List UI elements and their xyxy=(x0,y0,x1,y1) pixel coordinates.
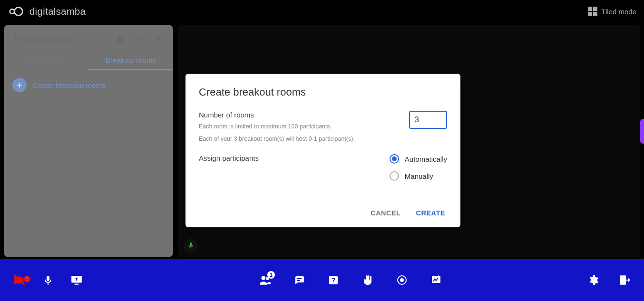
assign-option-auto-label: Automatically xyxy=(405,155,447,163)
speaker-mic-indicator[interactable] xyxy=(184,238,198,252)
svg-rect-13 xyxy=(297,280,300,281)
assign-options: Automatically Manually xyxy=(390,154,447,181)
svg-rect-9 xyxy=(75,284,79,285)
grid-icon xyxy=(588,7,597,16)
number-of-rooms-text: Number of rooms Each room is limited to … xyxy=(199,111,355,144)
svg-point-3 xyxy=(138,38,140,40)
svg-point-17 xyxy=(400,279,403,282)
svg-point-2 xyxy=(136,38,137,40)
chat-button[interactable] xyxy=(293,274,305,286)
bottombar-right xyxy=(564,274,631,286)
settings-button[interactable] xyxy=(587,274,599,286)
assign-option-manual-label: Manually xyxy=(405,172,433,180)
tab-main-room[interactable]: Main room xyxy=(4,50,88,70)
svg-rect-7 xyxy=(48,283,49,285)
bottombar-left: ! xyxy=(13,274,137,286)
microphone-button[interactable] xyxy=(42,274,54,286)
right-edge-handle[interactable] xyxy=(640,119,644,144)
tiled-mode-label: Tiled mode xyxy=(601,8,636,16)
create-breakout-rooms-label: Create breakout rooms xyxy=(32,81,105,89)
number-of-rooms-label: Number of rooms xyxy=(199,111,355,119)
bottombar: ! 1 ? xyxy=(0,259,644,301)
modal-actions: CANCEL CREATE xyxy=(199,191,447,220)
number-of-rooms-help2: Each of your 3 breakout room(s) will hos… xyxy=(199,134,355,144)
create-button[interactable]: CREATE xyxy=(414,206,447,220)
panel-tabs: Main room Breakout rooms xyxy=(4,50,173,70)
close-icon[interactable] xyxy=(153,34,164,44)
create-breakout-modal: Create breakout rooms Number of rooms Ea… xyxy=(185,74,460,227)
participants-header: Participants xyxy=(4,25,173,50)
create-breakout-rooms-button[interactable]: Create breakout rooms xyxy=(12,78,165,92)
bottombar-center: 1 ? xyxy=(137,274,564,286)
panel-body: Create breakout rooms xyxy=(4,70,173,100)
svg-rect-19 xyxy=(620,275,626,285)
participants-panel: Participants Main room Breakout rooms Cr… xyxy=(4,25,173,257)
tiled-mode-button[interactable]: Tiled mode xyxy=(588,7,636,16)
svg-text:?: ? xyxy=(332,276,336,284)
warning-badge: ! xyxy=(24,276,30,282)
brand-name: digitalsamba xyxy=(29,6,86,17)
tab-breakout-rooms[interactable]: Breakout rooms xyxy=(88,50,173,70)
participants-button[interactable]: 1 xyxy=(259,274,271,286)
assign-label: Assign participants xyxy=(199,154,259,162)
participants-title: Participants xyxy=(13,32,73,46)
svg-point-10 xyxy=(261,276,265,280)
assign-option-auto[interactable]: Automatically xyxy=(390,154,447,164)
leave-button[interactable] xyxy=(618,274,631,286)
whiteboard-button[interactable] xyxy=(430,274,442,286)
svg-rect-12 xyxy=(297,278,302,279)
number-of-rooms-input[interactable] xyxy=(409,111,447,129)
logo-icon xyxy=(8,7,26,16)
share-screen-button[interactable] xyxy=(70,274,83,286)
panel-header-actions xyxy=(115,34,164,44)
svg-point-1 xyxy=(14,7,22,15)
topbar: digitalsamba Tiled mode xyxy=(0,0,644,23)
record-button[interactable] xyxy=(396,274,408,286)
svg-point-4 xyxy=(142,38,144,40)
raise-hand-button[interactable] xyxy=(361,274,374,286)
participants-badge: 1 xyxy=(267,271,275,279)
radio-icon xyxy=(390,171,399,181)
lock-icon[interactable] xyxy=(115,34,126,44)
plus-icon xyxy=(12,78,27,92)
svg-rect-5 xyxy=(190,247,191,248)
cancel-button[interactable]: CANCEL xyxy=(369,206,402,220)
number-of-rooms-row: Number of rooms Each room is limited to … xyxy=(199,111,447,144)
assign-option-manual[interactable]: Manually xyxy=(390,171,447,181)
brand: digitalsamba xyxy=(8,6,86,17)
more-icon[interactable] xyxy=(134,34,145,44)
assign-row: Assign participants Automatically Manual… xyxy=(199,154,447,181)
modal-title: Create breakout rooms xyxy=(199,86,447,98)
camera-button[interactable]: ! xyxy=(13,274,26,286)
qa-button[interactable]: ? xyxy=(327,274,340,286)
radio-icon xyxy=(390,154,399,164)
number-of-rooms-help1: Each room is limited to maximum 100 part… xyxy=(199,122,355,131)
